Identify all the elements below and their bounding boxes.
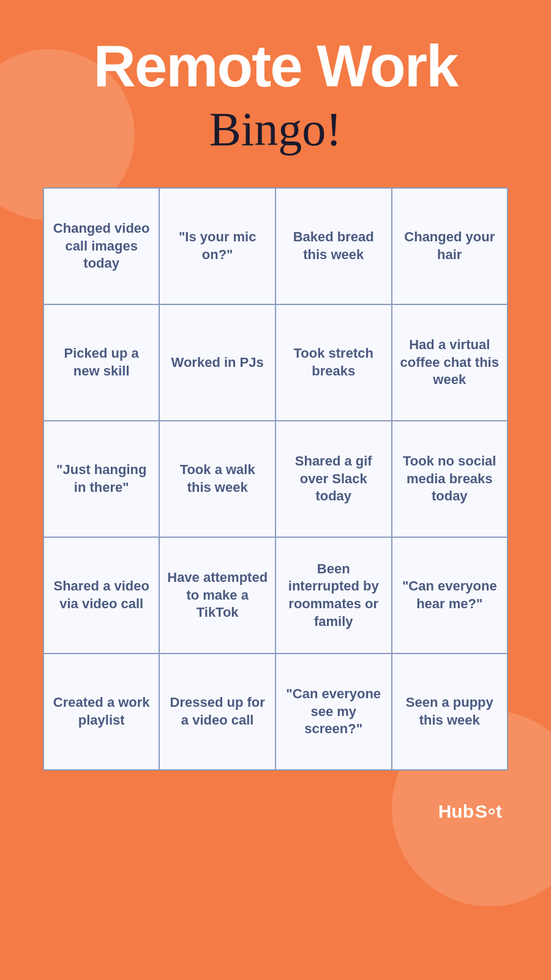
bingo-cell-r4-c0[interactable]: Created a work playlist (43, 654, 159, 770)
hubspot-brand-text: Hub (438, 801, 474, 822)
bingo-cell-r2-c2[interactable]: Shared a gif over Slack today (276, 421, 392, 537)
bingo-cell-r1-c3[interactable]: Had a virtual coffee chat this week (392, 304, 508, 421)
bingo-cell-r1-c1[interactable]: Worked in PJs (159, 304, 276, 421)
bingo-grid: Changed video call images today"Is your … (43, 187, 508, 771)
bingo-cell-r2-c3[interactable]: Took no social media breaks today (392, 421, 508, 537)
bingo-cell-r0-c1[interactable]: "Is your mic on?" (159, 188, 276, 304)
bingo-cell-r2-c0[interactable]: "Just hanging in there" (43, 421, 159, 537)
page-wrapper: Remote Work Bingo! Changed video call im… (0, 0, 551, 980)
bingo-cell-r1-c0[interactable]: Picked up a new skill (43, 304, 159, 421)
svg-point-1 (490, 810, 493, 813)
page-title-line2: Bingo! (209, 102, 342, 157)
bingo-cell-r0-c3[interactable]: Changed your hair (392, 188, 508, 304)
bingo-cell-r0-c0[interactable]: Changed video call images today (43, 188, 159, 304)
hubspot-sprocket-icon (487, 807, 496, 816)
bingo-cell-r3-c0[interactable]: Shared a video via video call (43, 537, 159, 654)
bingo-cell-r4-c2[interactable]: "Can everyone see my screen?" (276, 654, 392, 770)
hubspot-logo: HubSt (438, 801, 502, 822)
bingo-cell-r3-c2[interactable]: Been interrupted by roommates or family (276, 537, 392, 654)
bingo-cell-r3-c1[interactable]: Have attempted to make a TikTok (159, 537, 276, 654)
hubspot-spot-icon: St (475, 801, 502, 822)
bingo-cell-r4-c3[interactable]: Seen a puppy this week (392, 654, 508, 770)
page-title-line1: Remote Work (93, 37, 457, 96)
bingo-cell-r0-c2[interactable]: Baked bread this week (276, 188, 392, 304)
bingo-cell-r4-c1[interactable]: Dressed up for a video call (159, 654, 276, 770)
bingo-cell-r3-c3[interactable]: "Can everyone hear me?" (392, 537, 508, 654)
bingo-cell-r1-c2[interactable]: Took stretch breaks (276, 304, 392, 421)
bingo-cell-r2-c1[interactable]: Took a walk this week (159, 421, 276, 537)
